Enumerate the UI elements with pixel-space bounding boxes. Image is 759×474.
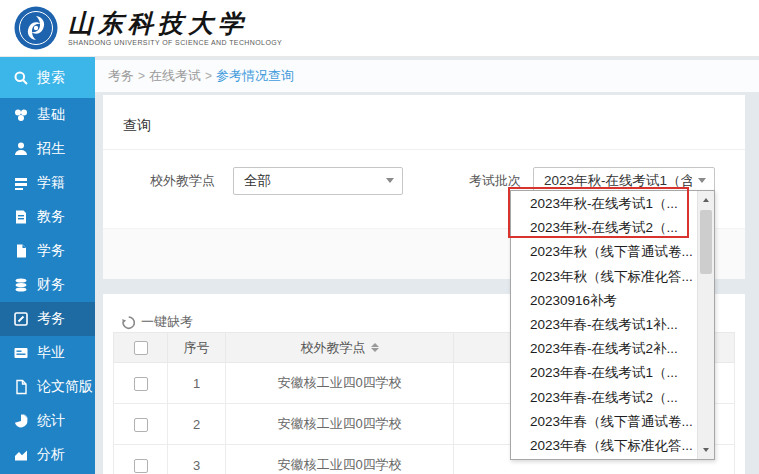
brand-block: 山东科技大学 SHANDONG UNIVERSITY OF SCIENCE AN… — [68, 11, 282, 46]
one-click-absent-button[interactable]: 一键缺考 — [121, 313, 193, 331]
list-icon — [13, 175, 29, 191]
university-name: 山东科技大学 — [68, 11, 282, 37]
row-teaching-point: 安徽核工业四0四学校 — [226, 445, 454, 474]
dropdown-option[interactable]: 2023年春-在线考试2补... — [511, 337, 697, 361]
dropdown-options: 2023年秋-在线考试1（... 2023年秋-在线考试2（... 2023年秋… — [511, 192, 697, 458]
sidebar-item-label: 论文简版 — [37, 378, 93, 396]
header-teaching-point-label: 校外教学点 — [301, 339, 366, 357]
one-click-absent-label: 一键缺考 — [141, 313, 193, 331]
row-index: 3 — [168, 445, 226, 474]
sidebar-item-label: 学籍 — [37, 174, 65, 192]
sidebar-item-label: 财务 — [37, 276, 65, 294]
breadcrumb-item[interactable]: 考务 — [108, 67, 134, 85]
breadcrumb: 考务 > 在线考试 > 参考情况查询 — [95, 60, 759, 92]
header-checkbox-cell — [114, 333, 168, 363]
dropdown-option[interactable]: 20230916补考 — [511, 289, 697, 313]
row-checkbox-cell — [114, 404, 168, 445]
sidebar-item-label: 教务 — [37, 208, 65, 226]
university-name-en: SHANDONG UNIVERSITY OF SCIENCE AND TECHN… — [68, 39, 282, 46]
top-header: 山东科技大学 SHANDONG UNIVERSITY OF SCIENCE AN… — [0, 0, 759, 57]
dropdown-option[interactable]: 2023年春（线下标准化答... — [511, 434, 697, 458]
breadcrumb-separator: > — [138, 69, 145, 83]
sidebar-item-label: 分析 — [37, 446, 65, 464]
sidebar-item-label: 学务 — [37, 242, 65, 260]
row-checkbox[interactable] — [134, 377, 148, 391]
sidebar-item-label: 统计 — [37, 412, 65, 430]
row-index: 1 — [168, 363, 226, 404]
exam-batch-dropdown-list: 2023年秋-在线考试1（... 2023年秋-在线考试2（... 2023年秋… — [510, 190, 715, 460]
file-icon — [13, 379, 29, 395]
sidebar-item-statistics[interactable]: 统计 — [0, 404, 95, 438]
sidebar-item-label: 毕业 — [37, 344, 65, 362]
scroll-up-icon[interactable] — [698, 192, 714, 208]
dropdown-option[interactable]: 2023年春-在线考试2（... — [511, 386, 697, 410]
sidebar-item-label: 考务 — [37, 310, 65, 328]
pencil-icon — [13, 311, 29, 327]
sidebar-item-analysis[interactable]: 分析 — [0, 438, 95, 472]
coins-icon — [13, 277, 29, 293]
select-all-checkbox[interactable] — [134, 341, 148, 355]
dropdown-option[interactable]: 2023年秋（线下普通试卷... — [511, 240, 697, 264]
area-chart-icon — [13, 447, 29, 463]
basic-icon — [13, 107, 29, 123]
header-teaching-point[interactable]: 校外教学点 — [226, 333, 454, 363]
university-logo — [14, 6, 58, 50]
sidebar-item-admissions[interactable]: 招生 — [0, 132, 95, 166]
teaching-point-select[interactable]: 全部 — [233, 167, 403, 195]
row-teaching-point: 安徽核工业四0四学校 — [226, 363, 454, 404]
teaching-point-label: 校外教学点 — [103, 172, 215, 190]
document-icon — [13, 243, 29, 259]
sidebar-item-graduation[interactable]: 毕业 — [0, 336, 95, 370]
card-icon — [13, 345, 29, 361]
chevron-down-icon — [386, 178, 394, 183]
sidebar: 搜索 基础 招生 学籍 教务 学务 财务 考务 毕业 论文简版 统计 — [0, 57, 95, 474]
row-checkbox[interactable] — [134, 459, 148, 473]
row-teaching-point: 安徽核工业四0四学校 — [226, 404, 454, 445]
dropdown-option[interactable]: 2023年秋（线下标准化答... — [511, 265, 697, 289]
pie-chart-icon — [13, 413, 29, 429]
sidebar-item-student-affairs[interactable]: 学务 — [0, 234, 95, 268]
query-panel-title: 查询 — [103, 95, 745, 150]
dropdown-scrollbar[interactable] — [697, 191, 714, 459]
row-index: 2 — [168, 404, 226, 445]
dropdown-option[interactable]: 2023年春（线下普通试卷... — [511, 410, 697, 434]
sort-icon[interactable] — [371, 343, 379, 353]
search-icon — [13, 70, 29, 86]
dropdown-option[interactable]: 2023年秋-在线考试1（... — [511, 192, 697, 216]
header-index: 序号 — [168, 333, 226, 363]
row-checkbox-cell — [114, 445, 168, 474]
person-icon — [13, 141, 29, 157]
sidebar-item-finance[interactable]: 财务 — [0, 268, 95, 302]
sidebar-item-label: 基础 — [37, 106, 65, 124]
exam-batch-label: 考试批次 — [469, 172, 521, 190]
breadcrumb-separator: > — [205, 69, 212, 83]
sidebar-item-academic-affairs[interactable]: 教务 — [0, 200, 95, 234]
sidebar-item-thesis[interactable]: 论文简版 — [0, 370, 95, 404]
dropdown-option[interactable]: 2023年春-在线考试1补... — [511, 313, 697, 337]
field-teaching-point: 校外教学点 全部 — [103, 167, 403, 195]
breadcrumb-current: 参考情况查询 — [216, 67, 294, 85]
sidebar-item-label: 搜索 — [37, 69, 65, 87]
dropdown-option[interactable]: 2023年春-在线考试1（... — [511, 361, 697, 385]
row-checkbox[interactable] — [134, 418, 148, 432]
book-icon — [13, 209, 29, 225]
sidebar-item-basic[interactable]: 基础 — [0, 98, 95, 132]
sidebar-item-search[interactable]: 搜索 — [0, 57, 95, 98]
dropdown-option[interactable]: 2023年秋-在线考试2（... — [511, 216, 697, 240]
row-checkbox-cell — [114, 363, 168, 404]
sidebar-item-student-status[interactable]: 学籍 — [0, 166, 95, 200]
sidebar-item-exam-affairs[interactable]: 考务 — [0, 302, 95, 336]
scroll-down-icon[interactable] — [698, 442, 714, 458]
scrollbar-thumb[interactable] — [700, 210, 712, 274]
breadcrumb-item[interactable]: 在线考试 — [149, 67, 201, 85]
sidebar-item-label: 招生 — [37, 140, 65, 158]
teaching-point-value: 全部 — [244, 172, 380, 190]
chevron-down-icon — [698, 178, 706, 183]
exam-batch-value: 2023年秋-在线考试1（含 — [544, 172, 692, 190]
history-icon — [121, 315, 136, 330]
